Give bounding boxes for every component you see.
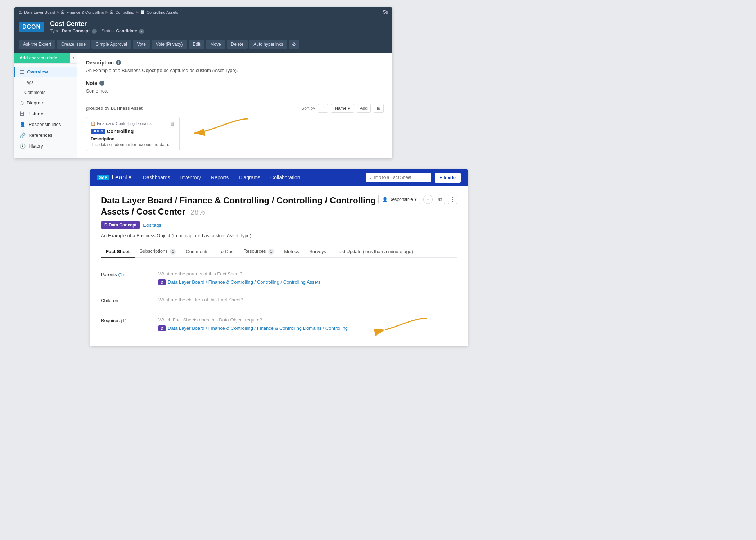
delete-button[interactable]: Delete — [227, 40, 248, 49]
breadcrumb-icon: 🗂 — [19, 10, 23, 14]
requires-link-text: Data Layer Board / Finance & Controlling… — [168, 325, 348, 331]
tab-fact-sheet[interactable]: Fact Sheet — [101, 246, 135, 258]
parents-link-0[interactable]: D Data Layer Board / Finance & Controlli… — [158, 279, 457, 285]
invite-button[interactable]: + Invite — [435, 173, 461, 183]
move-button[interactable]: Move — [206, 40, 225, 49]
delete-card-icon[interactable]: 🗑 — [170, 121, 175, 126]
tab-resources[interactable]: Resources 1 — [238, 246, 279, 257]
sidebar-nav: ☰ Overview Tags Comments ⬡ Diagram 🖼 Pic… — [14, 64, 77, 154]
simple-approval-button[interactable]: Simple Approval — [91, 40, 131, 49]
tabs-row: Fact Sheet Subscriptions 1 Comments To-D… — [101, 246, 457, 258]
breadcrumb-icon-3: 🏛 — [110, 10, 114, 14]
requires-content: Which Fact Sheets does this Data Object … — [158, 317, 457, 331]
sidebar-collapse-button[interactable]: ‹ — [70, 53, 77, 63]
parents-link-text: Data Layer Board / Finance & Controlling… — [168, 279, 321, 285]
dcon-logo: DCON — [19, 22, 44, 32]
description-info-icon[interactable]: i — [116, 60, 121, 65]
vote-privacy-button[interactable]: Vote (Privacy) — [152, 40, 187, 49]
create-issue-button[interactable]: Create Issue — [57, 40, 90, 49]
card-domain: 📋 Finance & Controlling Domains 🗑 — [91, 121, 175, 126]
nav-inventory[interactable]: Inventory — [180, 173, 201, 182]
pictures-icon: 🖼 — [19, 111, 24, 117]
sidebar-item-comments[interactable]: Comments — [14, 87, 77, 98]
breadcrumb-item-4[interactable]: Controlling Assets — [147, 10, 178, 14]
sidebar-item-responsibilities[interactable]: 👤 Responsibilities — [14, 119, 77, 130]
type-tag: D Data Concept — [101, 221, 140, 229]
page-title-row: Data Layer Board / Finance & Controlling… — [101, 195, 457, 217]
add-characteristic-button[interactable]: Add characteristic — [14, 53, 70, 63]
edit-tags-link[interactable]: Edit tags — [143, 222, 161, 228]
sidebar-item-tags[interactable]: Tags — [14, 77, 77, 87]
more-options-button[interactable]: ⋮ — [448, 195, 457, 204]
nav-dashboards[interactable]: Dashboards — [143, 173, 170, 182]
parents-label: Parents (1) — [101, 271, 158, 277]
parents-row: Parents (1) What are the parents of this… — [101, 271, 457, 285]
tab-subscriptions[interactable]: Subscriptions 1 — [135, 246, 181, 257]
top-header: 🗂 Data Layer Board ▶ 🏛 Finance & Control… — [14, 7, 392, 53]
leanix-header: SAP LeanIX Dashboards Inventory Reports … — [90, 169, 468, 186]
percent-badge: 28% — [190, 208, 205, 216]
ask-expert-button[interactable]: Ask the Expert — [19, 40, 55, 49]
tab-comments[interactable]: Comments — [181, 246, 213, 257]
card-desc-label: Description — [91, 136, 175, 141]
sidebar-item-overview[interactable]: ☰ Overview — [14, 67, 77, 77]
breadcrumb-icon-4: 📋 — [140, 10, 145, 14]
add-button[interactable]: Add — [357, 104, 371, 113]
sidebar-item-diagram[interactable]: ⬡ Diagram — [14, 98, 77, 108]
type-status: Type: Data Concept i Status: Candidate i — [50, 28, 388, 34]
sap-badge: SAP — [97, 175, 109, 180]
requires-label: Requires (1) — [101, 317, 158, 323]
note-info-icon[interactable]: i — [99, 81, 104, 86]
sort-direction-button[interactable]: ↑ — [318, 104, 328, 113]
title-actions: 👤 Responsible ▾ + ⧉ ⋮ — [378, 195, 457, 204]
description-text: An Example of a Business Object (to be c… — [101, 233, 457, 238]
sidebar-item-pictures[interactable]: 🖼 Pictures — [14, 108, 77, 119]
copy-button[interactable]: ⧉ — [436, 195, 445, 204]
person-icon: 👤 — [382, 197, 388, 202]
group-header-left: grouped by Business Asset — [86, 105, 143, 111]
sort-field-button[interactable]: Name ▾ — [331, 104, 354, 113]
tab-todos[interactable]: To-Dos — [213, 246, 238, 257]
gear-button[interactable]: ⚙ — [289, 40, 299, 49]
main-content: Description i An Example of a Business O… — [77, 53, 392, 158]
add-circle-button[interactable]: + — [423, 195, 433, 204]
sidebar-item-references[interactable]: 🔗 References — [14, 130, 77, 141]
group-header: grouped by Business Asset Sort by ↑ Name… — [86, 101, 384, 113]
requires-row: Requires (1) Which Fact Sheets does this… — [101, 317, 457, 331]
sidebar-item-history[interactable]: 🕐 History — [14, 141, 77, 152]
note-text: Some note — [86, 88, 384, 94]
parents-hint: What are the parents of this Fact Sheet? — [158, 271, 457, 276]
nav-reports[interactable]: Reports — [211, 173, 229, 182]
arrow-annotation-bottom — [371, 315, 428, 336]
requires-link-badge: D — [158, 325, 166, 331]
history-icon: 🕐 — [19, 143, 26, 149]
top-right-badge: 5s — [383, 9, 388, 15]
vote-button[interactable]: Vote — [133, 40, 150, 49]
leanix-text: LeanIX — [112, 174, 132, 181]
responsible-button[interactable]: 👤 Responsible ▾ — [378, 195, 420, 204]
breadcrumb-item-1[interactable]: Data Layer Board — [24, 10, 55, 14]
resources-badge: 1 — [268, 249, 274, 255]
edit-button[interactable]: Edit — [189, 40, 205, 49]
tab-metrics[interactable]: Metrics — [279, 246, 304, 257]
parents-count: (1) — [118, 272, 124, 277]
nav-diagrams[interactable]: Diagrams — [239, 173, 260, 182]
auto-hyperlinks-button[interactable]: Auto hyperlinks — [249, 40, 287, 49]
diagram-icon: ⬡ — [19, 100, 24, 106]
page-title-container: Data Layer Board / Finance & Controlling… — [101, 195, 378, 217]
requires-section: Requires (1) Which Fact Sheets does this… — [101, 311, 457, 337]
breadcrumb-item-3[interactable]: Controlling — [115, 10, 134, 14]
type-info-icon[interactable]: i — [92, 29, 97, 34]
sap-leanix-logo: SAP LeanIX — [97, 174, 132, 181]
note-label: Note i — [86, 80, 384, 86]
status-info-icon[interactable]: i — [139, 29, 144, 34]
grid-toggle-button[interactable]: ⊞ — [374, 104, 384, 113]
tab-last-update[interactable]: Last Update (less than a minute ago) — [331, 246, 418, 257]
tag-row: D Data Concept Edit tags — [101, 221, 457, 229]
nav-collaboration[interactable]: Collaboration — [270, 173, 300, 182]
factsheet-search[interactable] — [366, 173, 431, 182]
tab-surveys[interactable]: Surveys — [304, 246, 331, 257]
breadcrumb-item-2[interactable]: Finance & Controlling — [66, 10, 104, 14]
card-count: 1 — [173, 144, 175, 148]
leanix-body: Data Layer Board / Finance & Controlling… — [90, 186, 468, 346]
